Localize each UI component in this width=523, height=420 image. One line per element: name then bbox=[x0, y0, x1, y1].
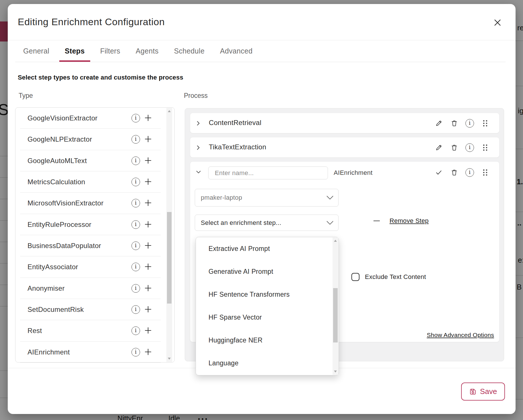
info-icon[interactable]: i bbox=[131, 284, 140, 293]
dropdown-option[interactable]: HF Sparse Vector bbox=[196, 306, 339, 329]
drag-handle-icon[interactable] bbox=[481, 143, 489, 152]
add-step-icon[interactable] bbox=[144, 326, 152, 335]
type-name: EntityAssociator bbox=[27, 263, 78, 271]
type-list-item[interactable]: EntityAssociator i bbox=[15, 256, 174, 278]
edit-step-icon[interactable] bbox=[434, 143, 443, 152]
expand-step-icon[interactable] bbox=[194, 119, 202, 128]
type-name: AIEnrichment bbox=[27, 348, 70, 356]
tabs-divider bbox=[15, 62, 506, 62]
info-icon[interactable]: i bbox=[131, 305, 140, 314]
type-name: EntityRuleProcessor bbox=[27, 221, 91, 229]
info-icon[interactable]: i bbox=[131, 178, 140, 186]
enrichment-options-dropdown: Extractive AI Prompt Generative AI Promp… bbox=[196, 237, 339, 375]
process-step-card: TikaTextExtraction i bbox=[190, 137, 500, 158]
step-type-label: AIEnrichment bbox=[334, 169, 373, 177]
type-name: Anonymiser bbox=[27, 284, 65, 292]
dropdown-scrollbar[interactable] bbox=[333, 237, 338, 375]
dropdown-option[interactable]: Extractive AI Prompt bbox=[196, 237, 339, 260]
type-name: GoogleAutoMLText bbox=[27, 157, 87, 165]
chevron-down-icon bbox=[326, 195, 334, 200]
tab-advanced[interactable]: Advanced bbox=[215, 40, 258, 62]
edit-step-icon[interactable] bbox=[434, 119, 443, 128]
add-step-icon[interactable] bbox=[144, 156, 152, 165]
enrichment-step-select[interactable]: Select an enrichment step... bbox=[195, 215, 339, 231]
drag-handle-icon[interactable] bbox=[481, 168, 489, 177]
save-button[interactable]: Save bbox=[461, 383, 505, 401]
edit-enrichment-dialog: Editing Enrichment Configuration General… bbox=[8, 4, 516, 414]
type-name: SetDocumentRisk bbox=[27, 306, 84, 314]
add-step-icon[interactable] bbox=[144, 305, 152, 314]
chevron-down-icon bbox=[326, 221, 334, 225]
remove-step-link[interactable]: Remove Step bbox=[390, 217, 429, 225]
add-step-icon[interactable] bbox=[144, 220, 152, 229]
dropdown-option[interactable]: Language bbox=[196, 352, 339, 375]
show-advanced-options-link[interactable]: Show Advanced Options bbox=[427, 332, 494, 338]
type-list-item[interactable]: Anonymiser i bbox=[15, 278, 174, 299]
add-step-icon[interactable] bbox=[144, 348, 152, 356]
tab-filters[interactable]: Filters bbox=[95, 40, 126, 62]
type-list-item[interactable]: GoogleAutoMLText i bbox=[15, 150, 174, 171]
collapse-step-icon[interactable] bbox=[194, 168, 203, 176]
info-icon[interactable]: i bbox=[131, 114, 140, 122]
info-icon[interactable]: i bbox=[131, 326, 140, 335]
step-title: ContentRetrieval bbox=[209, 119, 262, 127]
delete-step-icon[interactable] bbox=[450, 143, 459, 152]
confirm-step-icon[interactable] bbox=[434, 168, 443, 177]
server-select[interactable]: pmaker-laptop bbox=[195, 189, 339, 207]
save-button-label: Save bbox=[480, 387, 497, 396]
add-step-icon[interactable] bbox=[144, 241, 152, 250]
exclude-text-label: Exclude Text Content bbox=[365, 273, 426, 281]
tab-general[interactable]: General bbox=[18, 40, 55, 62]
add-step-icon[interactable] bbox=[144, 177, 152, 186]
add-step-icon[interactable] bbox=[144, 262, 152, 271]
type-list-item[interactable]: MetricsCalculation i bbox=[15, 171, 174, 193]
add-step-icon[interactable] bbox=[144, 135, 152, 143]
info-icon[interactable]: i bbox=[465, 119, 474, 128]
type-list-scrollbar[interactable] bbox=[166, 108, 172, 362]
info-icon[interactable]: i bbox=[131, 156, 140, 165]
type-list-item[interactable]: AIEnrichment i bbox=[15, 342, 174, 363]
type-list-item[interactable]: BusinessDataPopulator i bbox=[15, 235, 174, 256]
step-name-input[interactable] bbox=[208, 167, 328, 179]
info-icon[interactable]: i bbox=[131, 135, 140, 144]
type-name: GoogleNLPExtractor bbox=[27, 135, 92, 143]
tab-agents[interactable]: Agents bbox=[130, 40, 164, 62]
info-icon[interactable]: i bbox=[131, 263, 140, 271]
delete-step-icon[interactable] bbox=[450, 168, 459, 177]
type-list-item[interactable]: GoogleNLPExtractor i bbox=[15, 129, 174, 150]
info-icon[interactable]: i bbox=[131, 199, 140, 207]
type-list-item[interactable]: EntityRuleProcessor i bbox=[15, 214, 174, 235]
add-step-icon[interactable] bbox=[144, 114, 152, 122]
tab-steps[interactable]: Steps bbox=[59, 40, 90, 62]
exclude-text-checkbox[interactable] bbox=[351, 273, 359, 281]
info-icon[interactable]: i bbox=[465, 143, 474, 152]
expand-step-icon[interactable] bbox=[194, 143, 202, 152]
info-icon[interactable]: i bbox=[131, 241, 140, 250]
dropdown-option[interactable]: Huggingface NER bbox=[196, 329, 339, 352]
add-step-icon[interactable] bbox=[144, 284, 152, 292]
add-step-icon[interactable] bbox=[144, 199, 152, 207]
dialog-subtitle: Select step types to create and customis… bbox=[18, 74, 183, 81]
type-list-item[interactable]: GoogleVisionExtractor i bbox=[15, 108, 174, 129]
tab-schedule[interactable]: Schedule bbox=[168, 40, 210, 62]
info-icon[interactable]: i bbox=[131, 220, 140, 229]
close-button[interactable] bbox=[492, 17, 503, 28]
process-step-card: ContentRetrieval i bbox=[190, 113, 500, 133]
type-list-item[interactable]: Rest i bbox=[15, 320, 174, 341]
step-title: TikaTextExtraction bbox=[209, 143, 266, 151]
server-select-value: pmaker-laptop bbox=[201, 194, 242, 201]
drag-handle-icon[interactable] bbox=[481, 119, 489, 128]
type-list-item[interactable]: SetDocumentRisk i bbox=[15, 299, 174, 320]
type-name: MetricsCalculation bbox=[27, 178, 85, 186]
type-name: BusinessDataPopulator bbox=[27, 242, 101, 250]
dropdown-option[interactable]: Generative AI Prompt bbox=[196, 260, 339, 283]
type-list-item[interactable]: MicrosoftVisionExtractor i bbox=[15, 193, 174, 214]
info-icon[interactable]: i bbox=[465, 168, 474, 177]
close-icon bbox=[493, 18, 502, 27]
dropdown-option[interactable]: HF Sentence Transformers bbox=[196, 283, 339, 306]
save-icon bbox=[469, 388, 477, 395]
type-name: GoogleVisionExtractor bbox=[27, 114, 98, 122]
tab-bar: General Steps Filters Agents Schedule Ad… bbox=[18, 40, 263, 62]
info-icon[interactable]: i bbox=[131, 348, 140, 356]
delete-step-icon[interactable] bbox=[450, 119, 459, 128]
